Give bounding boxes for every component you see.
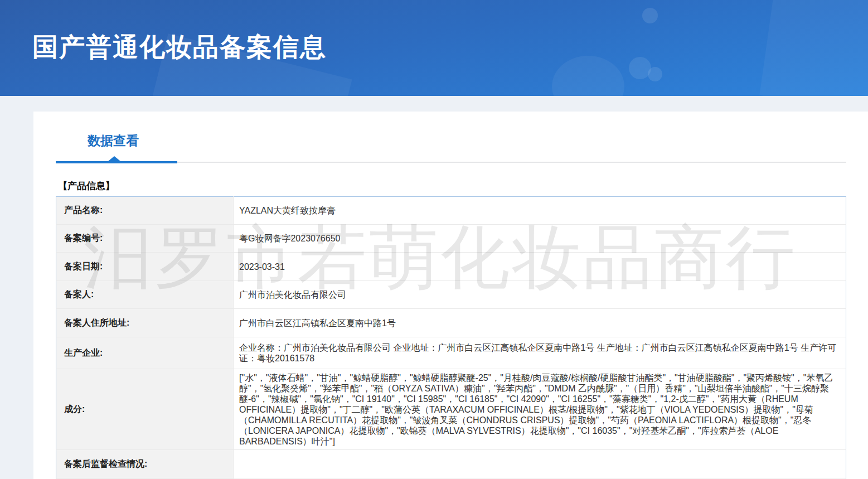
content-card: 数据查看 【产品信息】 产品名称: YAZLAN大黄纤致按摩膏 备案编号: 粤G…	[33, 112, 868, 479]
header-decoration-circle	[648, 67, 662, 81]
row-value: YAZLAN大黄纤致按摩膏	[234, 197, 846, 225]
row-label: 备案编号:	[56, 225, 234, 253]
table-row-product-name: 产品名称: YAZLAN大黄纤致按摩膏	[56, 197, 846, 225]
tab-active-indicator	[56, 161, 177, 163]
row-value: ["水"，"液体石蜡"，"甘油"，"鲸蜡硬脂醇"，"鲸蜡硬脂醇聚醚-25"，"月…	[234, 369, 846, 450]
row-label: 成分:	[56, 369, 234, 450]
row-label: 备案人:	[56, 281, 234, 309]
table-row-manufacturer: 生产企业: 企业名称：广州市泊美化妆品有限公司 企业地址：广州市白云区江高镇私企…	[56, 337, 846, 369]
header-decoration-circle	[642, 8, 658, 23]
row-value	[234, 450, 846, 478]
page-title: 国产普通化妆品备案信息	[32, 30, 327, 65]
table-row-ingredients: 成分: ["水"，"液体石蜡"，"甘油"，"鲸蜡硬脂醇"，"鲸蜡硬脂醇聚醚-25…	[56, 369, 846, 450]
row-value: 粤G妆网备字2023076650	[234, 225, 846, 253]
table-row-registrant-address: 备案人住所地址: 广州市白云区江高镇私企区夏南中路1号	[56, 309, 846, 337]
tab-bar-rule	[56, 161, 846, 163]
row-value: 广州市白云区江高镇私企区夏南中路1号	[234, 309, 846, 337]
table-row-registration-number: 备案编号: 粤G妆网备字2023076650	[56, 225, 846, 253]
row-label: 产品名称:	[56, 197, 234, 225]
tab-data-view[interactable]: 数据查看	[88, 132, 139, 149]
row-value: 广州市泊美化妆品有限公司	[234, 281, 846, 309]
product-info-table: 产品名称: YAZLAN大黄纤致按摩膏 备案编号: 粤G妆网备字20230766…	[56, 196, 846, 479]
table-row-post-supervision: 备案后监督检查情况:	[56, 450, 846, 478]
row-label: 备案后监督检查情况:	[56, 450, 234, 478]
section-title: 【产品信息】	[58, 180, 115, 192]
row-label: 生产企业:	[56, 337, 234, 369]
header-decoration-circle	[629, 57, 651, 79]
row-value: 2023-03-31	[234, 253, 846, 281]
header-decoration-blob	[552, 56, 624, 96]
tab-active-triangle-icon	[108, 156, 120, 161]
row-value: 企业名称：广州市泊美化妆品有限公司 企业地址：广州市白云区江高镇私企区夏南中路1…	[234, 337, 846, 369]
header-decoration-rect	[759, 0, 868, 96]
table-row-registration-date: 备案日期: 2023-03-31	[56, 253, 846, 281]
page-header: 国产普通化妆品备案信息	[0, 0, 868, 96]
row-label: 备案人住所地址:	[56, 309, 234, 337]
table-row-registrant: 备案人: 广州市泊美化妆品有限公司	[56, 281, 846, 309]
row-label: 备案日期:	[56, 253, 234, 281]
